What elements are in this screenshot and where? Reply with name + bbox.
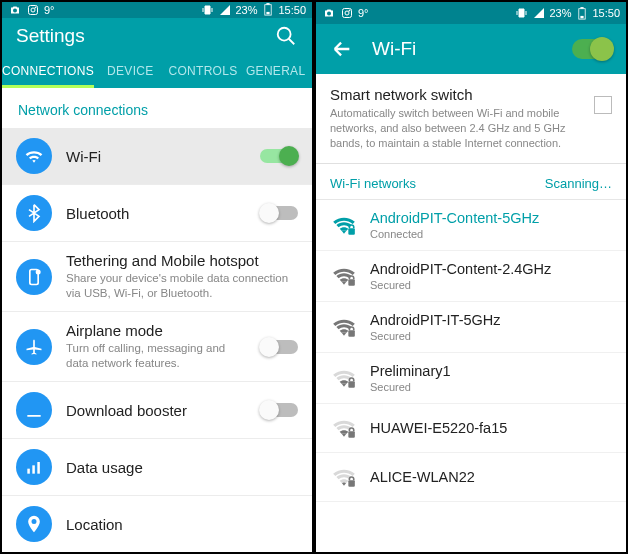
app-bar: Wi-Fi bbox=[316, 24, 626, 74]
page-title: Settings bbox=[16, 25, 256, 47]
settings-item-data[interactable]: Data usage bbox=[2, 439, 312, 496]
airplane-icon bbox=[16, 329, 52, 365]
network-row[interactable]: AndroidPIT-IT-5GHz Secured bbox=[316, 302, 626, 353]
network-row[interactable]: Preliminary1 Secured bbox=[316, 353, 626, 404]
network-ssid: ALICE-WLAN22 bbox=[370, 469, 612, 485]
battery-icon bbox=[575, 7, 588, 20]
network-status: Connected bbox=[370, 228, 612, 240]
smart-switch-desc: Automatically switch between Wi-Fi and m… bbox=[330, 106, 584, 151]
bluetooth-icon bbox=[16, 195, 52, 231]
settings-item-location[interactable]: Location bbox=[2, 496, 312, 552]
wifi-toggle[interactable] bbox=[260, 149, 298, 163]
wifi-screen: 9° 23% 15:50 Wi-Fi Smart network switch … bbox=[316, 2, 626, 552]
scanning-label: Scanning… bbox=[545, 176, 612, 191]
status-bar: 9° 23% 15:50 bbox=[316, 2, 626, 24]
instagram-icon bbox=[340, 7, 353, 20]
network-ssid: AndroidPIT-Content-5GHz bbox=[370, 210, 612, 226]
signal-icon bbox=[218, 3, 231, 16]
wifi-icon bbox=[16, 138, 52, 174]
location-icon bbox=[16, 506, 52, 542]
battery-percent: 23% bbox=[549, 7, 571, 19]
page-title: Wi-Fi bbox=[372, 38, 554, 60]
svg-point-14 bbox=[345, 11, 349, 15]
vibrate-icon bbox=[201, 3, 214, 16]
network-row[interactable]: AndroidPIT-Content-2.4GHz Secured bbox=[316, 251, 626, 302]
svg-rect-17 bbox=[580, 15, 583, 17]
wifi-signal-icon bbox=[330, 364, 358, 392]
network-list: AndroidPIT-Content-5GHz Connected Androi… bbox=[316, 200, 626, 502]
vibrate-icon bbox=[515, 7, 528, 20]
network-ssid: AndroidPIT-Content-2.4GHz bbox=[370, 261, 612, 277]
battery-icon bbox=[261, 3, 274, 16]
tethering-desc: Share your device's mobile data connecti… bbox=[66, 271, 298, 301]
svg-point-15 bbox=[349, 10, 350, 11]
svg-rect-10 bbox=[27, 469, 30, 474]
wifi-signal-icon bbox=[330, 313, 358, 341]
settings-item-wifi[interactable]: Wi-Fi bbox=[2, 128, 312, 185]
camera-icon bbox=[8, 3, 21, 16]
tab-device[interactable]: DEVICE bbox=[94, 54, 167, 88]
smart-switch-checkbox[interactable] bbox=[594, 96, 612, 114]
network-ssid: AndroidPIT-IT-5GHz bbox=[370, 312, 612, 328]
wifi-label: Wi-Fi bbox=[66, 148, 246, 165]
network-row[interactable]: ALICE-WLAN22 bbox=[316, 453, 626, 502]
svg-point-1 bbox=[31, 8, 35, 12]
search-button[interactable] bbox=[274, 24, 298, 48]
networks-heading: Wi-Fi networks bbox=[330, 176, 416, 191]
booster-label: Download booster bbox=[66, 402, 246, 419]
settings-screen: 9° 23% 15:50 Settings CONNECTIONS DEVICE… bbox=[2, 2, 312, 552]
network-status: Secured bbox=[370, 381, 612, 393]
wifi-master-toggle[interactable] bbox=[572, 39, 612, 59]
location-label: Location bbox=[66, 516, 298, 533]
clock: 15:50 bbox=[278, 4, 306, 16]
wifi-signal-icon bbox=[330, 414, 358, 442]
temperature: 9° bbox=[358, 7, 369, 19]
airplane-label: Airplane mode bbox=[66, 322, 246, 339]
svg-rect-19 bbox=[348, 228, 355, 235]
svg-rect-11 bbox=[32, 465, 35, 473]
tab-connections[interactable]: CONNECTIONS bbox=[2, 54, 94, 88]
svg-point-9 bbox=[37, 270, 40, 273]
data-icon bbox=[16, 449, 52, 485]
tethering-icon bbox=[16, 259, 52, 295]
svg-rect-21 bbox=[348, 330, 355, 337]
instagram-icon bbox=[26, 3, 39, 16]
settings-item-tethering[interactable]: Tethering and Mobile hotspot Share your … bbox=[2, 242, 312, 312]
settings-item-bluetooth[interactable]: Bluetooth bbox=[2, 185, 312, 242]
smart-switch-block[interactable]: Smart network switch Automatically switc… bbox=[316, 74, 626, 164]
booster-toggle[interactable] bbox=[260, 403, 298, 417]
svg-rect-5 bbox=[266, 3, 269, 5]
settings-item-airplane[interactable]: Airplane mode Turn off calling, messagin… bbox=[2, 312, 312, 382]
back-button[interactable] bbox=[330, 37, 354, 61]
network-status: Secured bbox=[370, 279, 612, 291]
status-bar: 9° 23% 15:50 bbox=[2, 2, 312, 18]
network-status: Secured bbox=[370, 330, 612, 342]
svg-rect-18 bbox=[580, 7, 583, 9]
airplane-toggle[interactable] bbox=[260, 340, 298, 354]
tab-controls[interactable]: CONTROLS bbox=[167, 54, 240, 88]
app-bar: Settings bbox=[2, 18, 312, 54]
settings-item-booster[interactable]: Download booster bbox=[2, 382, 312, 439]
network-row[interactable]: AndroidPIT-Content-5GHz Connected bbox=[316, 200, 626, 251]
svg-rect-23 bbox=[348, 431, 355, 438]
signal-icon bbox=[532, 7, 545, 20]
svg-point-6 bbox=[278, 27, 291, 40]
network-row[interactable]: HUAWEI-E5220-fa15 bbox=[316, 404, 626, 453]
camera-icon bbox=[322, 7, 335, 20]
airplane-desc: Turn off calling, messaging and data net… bbox=[66, 341, 246, 371]
clock: 15:50 bbox=[592, 7, 620, 19]
networks-heading-row: Wi-Fi networks Scanning… bbox=[316, 164, 626, 199]
wifi-signal-icon bbox=[330, 262, 358, 290]
section-heading: Network connections bbox=[2, 88, 312, 128]
svg-rect-24 bbox=[348, 480, 355, 487]
svg-point-2 bbox=[35, 7, 36, 8]
svg-rect-20 bbox=[348, 279, 355, 286]
tabs: CONNECTIONS DEVICE CONTROLS GENERAL bbox=[2, 54, 312, 88]
network-ssid: Preliminary1 bbox=[370, 363, 612, 379]
tab-general[interactable]: GENERAL bbox=[239, 54, 312, 88]
bluetooth-toggle[interactable] bbox=[260, 206, 298, 220]
bluetooth-label: Bluetooth bbox=[66, 205, 246, 222]
battery-percent: 23% bbox=[235, 4, 257, 16]
wifi-signal-icon bbox=[330, 463, 358, 491]
svg-rect-12 bbox=[37, 462, 40, 474]
